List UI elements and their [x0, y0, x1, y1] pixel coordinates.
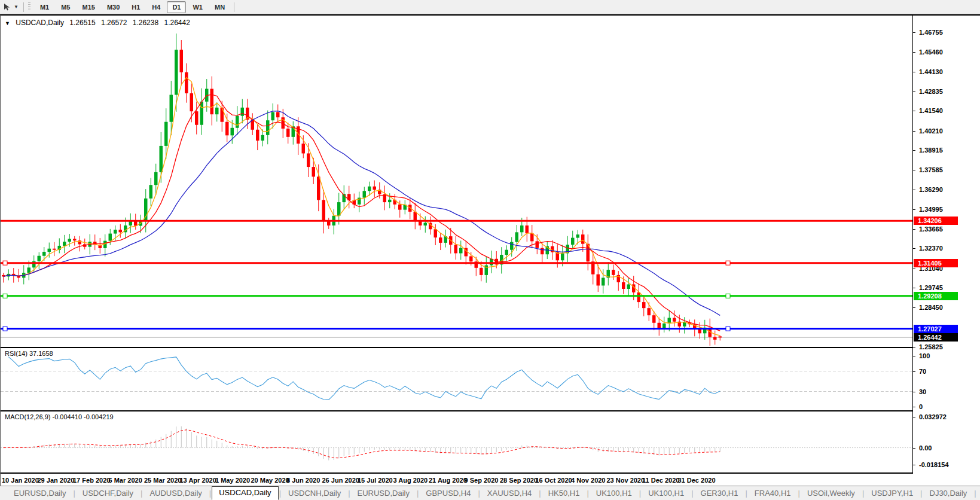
- axis-tick: [913, 307, 915, 308]
- price-axis-label: 1.34995: [919, 206, 943, 213]
- timeframe-button-h1[interactable]: H1: [126, 1, 145, 13]
- date-label: 17 Feb 2020: [73, 477, 110, 484]
- candles-layer: [2, 33, 722, 346]
- tab-usdcad-daily[interactable]: USDCAD,Daily: [212, 486, 278, 500]
- tab-separator: |: [862, 489, 864, 498]
- tab-dj30-daily[interactable]: DJ30,Daily: [923, 487, 974, 499]
- tab-separator: |: [539, 489, 541, 498]
- hline-handle-right[interactable]: [726, 294, 730, 298]
- date-label: 9 Sep 2020: [465, 477, 499, 484]
- timeframe-button-h4[interactable]: H4: [146, 1, 166, 13]
- tab-hk50-h1[interactable]: HK50,H1: [542, 487, 587, 499]
- tab-separator: |: [639, 489, 641, 498]
- axis-tick: [913, 347, 915, 347]
- tab-gbpusd-h4[interactable]: GBPUSD,H4: [419, 487, 477, 499]
- tab-usdcnh-daily[interactable]: USDCNH,Daily: [282, 487, 347, 499]
- axis-tick: [913, 448, 915, 449]
- axis-tick: [913, 248, 915, 249]
- date-label: 10 Jan 2020: [2, 477, 39, 484]
- tab-separator: |: [417, 489, 419, 498]
- timeframe-button-w1[interactable]: W1: [187, 1, 208, 13]
- timeframe-button-mn[interactable]: MN: [209, 1, 230, 13]
- date-label: 13 Apr 2020: [180, 477, 216, 484]
- toolbar-separator: [234, 2, 234, 12]
- tab-usdchf-daily[interactable]: USDCHF,Daily: [76, 487, 140, 499]
- timeframe-button-d1[interactable]: D1: [167, 1, 186, 13]
- tab-separator: |: [348, 489, 350, 498]
- date-label: 11 Dec 2020: [642, 477, 679, 484]
- hline-handle-left[interactable]: [3, 261, 7, 265]
- rsi-plot[interactable]: [1, 348, 912, 410]
- tab-china300-h1[interactable]: CHINA300,H1: [977, 487, 980, 499]
- hline-handle-left[interactable]: [3, 327, 7, 331]
- tab-xauusd-h4[interactable]: XAUUSD,H4: [481, 487, 538, 499]
- chart-title: ▼ USDCAD,Daily 1.26515 1.26572 1.26238 1…: [5, 19, 194, 27]
- tab-separator: |: [745, 489, 747, 498]
- macd-axis-label: -0.018154: [919, 461, 949, 468]
- timeframe-button-m30[interactable]: M30: [102, 1, 125, 13]
- tab-audusd-daily[interactable]: AUDUSD,Daily: [143, 487, 208, 499]
- date-label: 6 Mar 2020: [109, 477, 142, 484]
- tab-fra40-h1[interactable]: FRA40,H1: [748, 487, 798, 499]
- tab-eurusd-daily[interactable]: EURUSD,Daily: [7, 487, 72, 499]
- axis-tick: [913, 52, 915, 53]
- axis-tick: [913, 209, 915, 210]
- price-axis-label: 1.46755: [919, 29, 943, 36]
- price-axis-label: 1.42835: [919, 88, 943, 95]
- tab-usdjpy-h1[interactable]: USDJPY,H1: [865, 487, 920, 499]
- axis-tick: [913, 170, 915, 170]
- macd-histogram: [4, 426, 721, 461]
- chart-window: ▼ USDCAD,Daily 1.26515 1.26572 1.26238 1…: [0, 14, 980, 486]
- macd-signal-line: [4, 430, 721, 458]
- date-label: 25 Mar 2020: [144, 477, 181, 484]
- timeframe-button-m1[interactable]: M1: [35, 1, 54, 13]
- macd-plot[interactable]: [1, 411, 912, 472]
- rsi-panel: RSI(14) 37.1658: [1, 348, 979, 410]
- date-label: 16 Oct 2020: [536, 477, 572, 484]
- axis-tick: [913, 371, 915, 372]
- tab-ger30-h1[interactable]: GER30,H1: [694, 487, 745, 499]
- tab-eurusd-daily[interactable]: EURUSD,Daily: [351, 487, 416, 499]
- hline-handle-right[interactable]: [726, 261, 730, 265]
- date-label: 26 Jun 2020: [322, 477, 359, 484]
- timeframe-button-m5[interactable]: M5: [56, 1, 75, 13]
- price-axis-label: 1.38915: [919, 147, 943, 154]
- tab-separator: |: [141, 489, 142, 498]
- rsi-axis-label: 30: [919, 388, 926, 395]
- price-badge: 1.27027: [914, 325, 958, 333]
- tool-dropdown-caret-icon[interactable]: ▼: [14, 4, 19, 10]
- hline-handle-left[interactable]: [3, 294, 7, 298]
- ohlc-high: 1.26572: [101, 19, 127, 27]
- tab-separator: |: [974, 489, 976, 498]
- main-chart-plot[interactable]: [1, 16, 912, 347]
- toolbar-grip[interactable]: [28, 2, 30, 11]
- price-axis-label: 1.40210: [919, 127, 943, 135]
- tab-separator: |: [209, 489, 211, 498]
- rsi-axis-label: 100: [919, 352, 930, 359]
- price-badge: 1.31405: [914, 259, 958, 267]
- chart-dropdown-caret-icon[interactable]: ▼: [5, 20, 10, 26]
- timeframe-button-m15[interactable]: M15: [77, 1, 100, 13]
- tab-uk100-h1[interactable]: UK100,H1: [590, 487, 639, 499]
- ohlc-low: 1.26238: [133, 19, 158, 27]
- price-axis-label: 1.32370: [919, 245, 943, 252]
- date-label: 28 Sep 2020: [500, 477, 538, 484]
- hline-handle-right[interactable]: [726, 327, 730, 331]
- price-axis: 1.467551.454601.441301.428351.415401.402…: [912, 16, 980, 474]
- cursor-tool-icon[interactable]: [2, 2, 12, 12]
- price-axis-label: 1.25825: [919, 343, 943, 350]
- axis-tick: [913, 269, 915, 269]
- date-label: 20 May 2020: [251, 477, 289, 484]
- axis-tick: [913, 111, 915, 111]
- tab-uk100-h1[interactable]: UK100,H1: [642, 487, 691, 499]
- date-axis: 10 Jan 202029 Jan 202017 Feb 20206 Mar 2…: [1, 474, 979, 487]
- price-axis-label: 1.28450: [919, 304, 943, 311]
- tab-separator: |: [478, 489, 480, 498]
- date-label: 1 May 2020: [215, 477, 250, 484]
- axis-tick: [913, 190, 915, 190]
- tab-separator: |: [73, 489, 75, 498]
- trading-app: ▼ M1M5M15M30H1H4D1W1MN ▼ USDCAD,Daily 1.…: [0, 0, 980, 500]
- tab-usoil-weekly[interactable]: USOil,Weekly: [801, 487, 862, 499]
- axis-tick: [913, 407, 915, 407]
- axis-tick: [913, 131, 915, 132]
